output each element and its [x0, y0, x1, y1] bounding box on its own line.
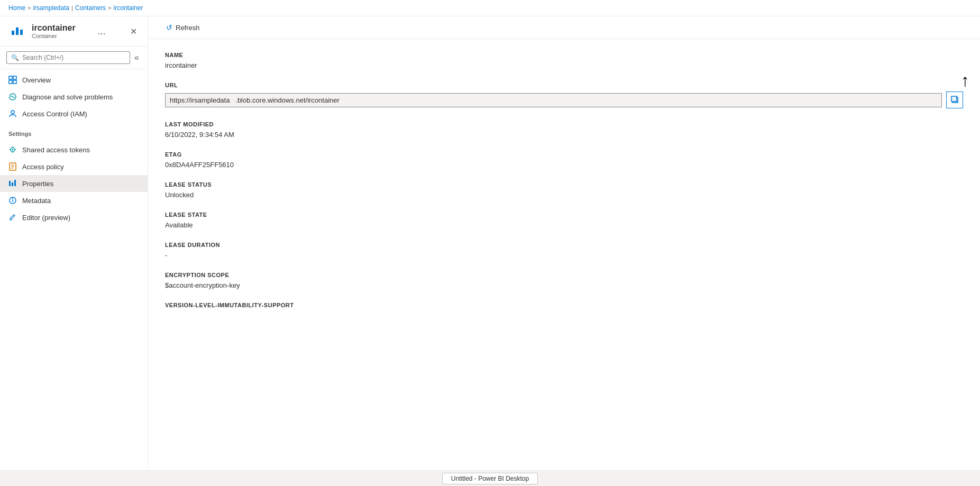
resource-type: Container [32, 33, 76, 39]
sidebar-item-overview[interactable]: Overview [0, 71, 148, 88]
breadcrumb-sep-2: | [71, 5, 73, 11]
name-value: ircontainer [165, 61, 963, 69]
close-button[interactable]: ✕ [128, 24, 139, 39]
lastmod-label: LAST MODIFIED [165, 121, 963, 127]
settings-nav: Shared access tokens Access policy Prope… [0, 139, 148, 228]
sidebar-search-row: 🔍 « [0, 47, 148, 69]
content-body: ↑ NAME ircontainer URL [148, 39, 980, 470]
policy-icon [8, 162, 17, 171]
refresh-icon: ↺ [166, 23, 172, 32]
svg-rect-1 [13, 76, 16, 79]
property-version-immutability-section: VERSION-LEVEL-IMMUTABILITY-SUPPORT [165, 302, 963, 308]
properties-icon [8, 179, 17, 188]
lease-status-value: Unlocked [165, 191, 963, 199]
svg-rect-3 [13, 80, 16, 84]
url-input[interactable] [165, 93, 942, 107]
sidebar-item-diagnose-label: Diagnose and solve problems [22, 93, 113, 101]
sidebar-item-metadata-label: Metadata [22, 197, 51, 205]
sidebar-item-diagnose[interactable]: Diagnose and solve problems [0, 88, 148, 105]
more-options-button[interactable]: ... [96, 24, 108, 39]
svg-rect-16 [9, 181, 11, 186]
svg-rect-0 [9, 76, 12, 79]
breadcrumb-containers[interactable]: Containers [75, 4, 106, 12]
breadcrumb-sep-3: > [108, 5, 111, 11]
settings-section-title: Settings [0, 124, 148, 139]
encryption-label: ENCRYPTION SCOPE [165, 272, 963, 278]
svg-point-7 [12, 149, 14, 151]
property-etag-section: ETAG 0x8DA4AFF25FF5610 [165, 151, 963, 169]
sidebar-search-container: 🔍 [6, 51, 130, 64]
lease-duration-label: LEASE DURATION [165, 242, 963, 248]
token-icon [8, 145, 17, 154]
breadcrumb: Home > irsampledata | Containers > ircon… [0, 0, 980, 16]
version-immutability-label: VERSION-LEVEL-IMMUTABILITY-SUPPORT [165, 302, 963, 308]
property-lease-status-section: LEASE STATUS Unlocked [165, 181, 963, 199]
sidebar-item-policy-label: Access policy [22, 163, 64, 171]
bar-1 [12, 31, 14, 35]
property-name-section: NAME ircontainer [165, 52, 963, 69]
sidebar-item-properties-label: Properties [22, 180, 53, 188]
sidebar-item-iam-label: Access Control (IAM) [22, 110, 87, 118]
refresh-button[interactable]: ↺ Refresh [161, 21, 205, 34]
sidebar-item-access-policy[interactable]: Access policy [0, 158, 148, 175]
diagnose-icon [8, 93, 17, 101]
taskbar: Untitled - Power BI Desktop [0, 470, 980, 486]
breadcrumb-irsampledata[interactable]: irsampledata [33, 4, 69, 12]
resource-logo [8, 23, 25, 40]
bar-3 [20, 30, 23, 35]
encryption-value: $account-encryption-key [165, 281, 963, 289]
search-input[interactable] [22, 54, 125, 61]
sidebar-item-tokens-label: Shared access tokens [22, 146, 90, 154]
lease-duration-value: - [165, 251, 963, 259]
copy-url-button[interactable] [946, 91, 963, 108]
sidebar-item-iam[interactable]: Access Control (IAM) [0, 105, 148, 122]
sidebar-item-properties[interactable]: Properties [0, 175, 148, 192]
overview-icon [8, 76, 17, 84]
scroll-up-arrow[interactable]: ↑ [961, 71, 969, 90]
lease-state-value: Available [165, 221, 963, 229]
breadcrumb-sep-1: > [28, 5, 31, 11]
property-encryption-section: ENCRYPTION SCOPE $account-encryption-key [165, 272, 963, 289]
svg-rect-2 [9, 80, 12, 84]
etag-label: ETAG [165, 151, 963, 158]
collapse-icon[interactable]: « [132, 51, 141, 65]
editor-icon [8, 213, 17, 222]
sidebar-item-overview-label: Overview [22, 76, 51, 84]
sidebar-item-metadata[interactable]: Metadata [0, 192, 148, 209]
etag-value: 0x8DA4AFF25FF5610 [165, 161, 963, 169]
sidebar-item-editor-label: Editor (preview) [22, 214, 70, 222]
property-lease-state-section: LEASE STATE Available [165, 212, 963, 229]
name-label: NAME [165, 52, 963, 58]
sidebar-title-group: ircontainer Container [32, 23, 76, 39]
breadcrumb-home[interactable]: Home [8, 4, 25, 12]
svg-line-22 [14, 215, 15, 216]
lease-status-label: LEASE STATUS [165, 181, 963, 188]
taskbar-powerbi-item[interactable]: Untitled - Power BI Desktop [442, 473, 538, 484]
url-input-row [165, 91, 963, 108]
content-area: ↺ Refresh ↑ NAME ircontainer URL [148, 16, 980, 470]
resource-name: ircontainer [32, 23, 76, 33]
content-toolbar: ↺ Refresh [148, 16, 980, 39]
property-lease-duration-section: LEASE DURATION - [165, 242, 963, 259]
metadata-icon [8, 196, 17, 205]
copy-icon [950, 95, 959, 105]
sidebar: ircontainer Container ... ✕ 🔍 « Overview [0, 16, 148, 470]
search-icon: 🔍 [11, 54, 19, 61]
lease-state-label: LEASE STATE [165, 212, 963, 218]
bar-2 [16, 27, 19, 35]
svg-rect-25 [951, 96, 957, 102]
sidebar-item-editor[interactable]: Editor (preview) [0, 209, 148, 226]
logo-bars [12, 27, 23, 35]
svg-rect-18 [14, 180, 16, 186]
svg-point-21 [12, 198, 13, 199]
refresh-label: Refresh [176, 24, 200, 32]
property-lastmod-section: LAST MODIFIED 6/10/2022, 9:34:54 AM [165, 121, 963, 139]
iam-icon [8, 109, 17, 118]
svg-point-5 [11, 111, 14, 114]
sidebar-item-shared-access-tokens[interactable]: Shared access tokens [0, 141, 148, 158]
main-layout: ircontainer Container ... ✕ 🔍 « Overview [0, 16, 980, 470]
sidebar-header: ircontainer Container ... ✕ [0, 16, 148, 47]
lastmod-value: 6/10/2022, 9:34:54 AM [165, 131, 963, 139]
property-url-section: URL [165, 82, 963, 108]
svg-rect-17 [12, 182, 13, 186]
